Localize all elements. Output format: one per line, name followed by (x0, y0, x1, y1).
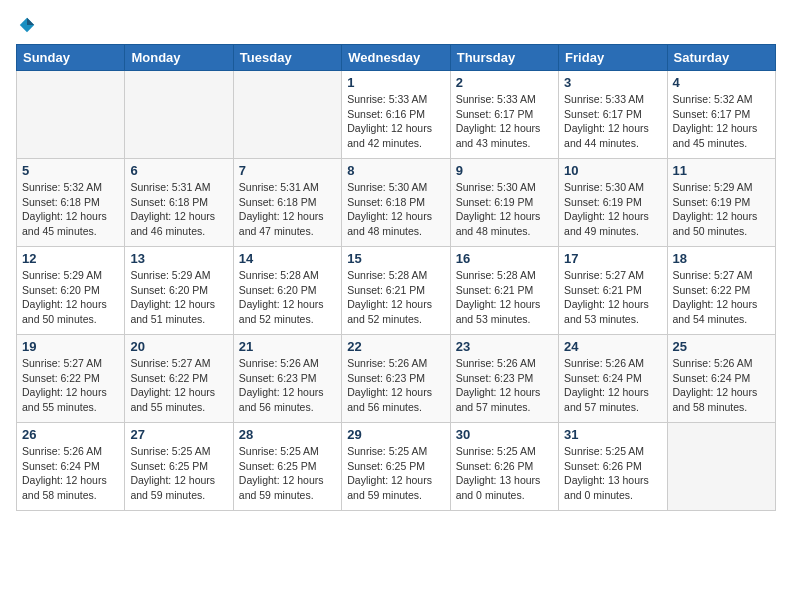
day-number: 13 (130, 251, 227, 266)
day-number: 28 (239, 427, 336, 442)
calendar-cell: 8Sunrise: 5:30 AM Sunset: 6:18 PM Daylig… (342, 159, 450, 247)
calendar-cell: 24Sunrise: 5:26 AM Sunset: 6:24 PM Dayli… (559, 335, 667, 423)
calendar-cell: 19Sunrise: 5:27 AM Sunset: 6:22 PM Dayli… (17, 335, 125, 423)
day-number: 31 (564, 427, 661, 442)
svg-marker-1 (27, 18, 34, 25)
calendar-cell: 15Sunrise: 5:28 AM Sunset: 6:21 PM Dayli… (342, 247, 450, 335)
day-info: Sunrise: 5:27 AM Sunset: 6:22 PM Dayligh… (22, 356, 119, 415)
calendar-cell: 20Sunrise: 5:27 AM Sunset: 6:22 PM Dayli… (125, 335, 233, 423)
day-info: Sunrise: 5:26 AM Sunset: 6:24 PM Dayligh… (673, 356, 770, 415)
calendar-cell: 4Sunrise: 5:32 AM Sunset: 6:17 PM Daylig… (667, 71, 775, 159)
day-number: 16 (456, 251, 553, 266)
day-info: Sunrise: 5:25 AM Sunset: 6:26 PM Dayligh… (564, 444, 661, 503)
day-info: Sunrise: 5:26 AM Sunset: 6:23 PM Dayligh… (456, 356, 553, 415)
day-info: Sunrise: 5:26 AM Sunset: 6:23 PM Dayligh… (239, 356, 336, 415)
day-info: Sunrise: 5:29 AM Sunset: 6:19 PM Dayligh… (673, 180, 770, 239)
day-number: 17 (564, 251, 661, 266)
day-of-week-header: Monday (125, 45, 233, 71)
logo-icon (18, 16, 36, 34)
calendar-cell (17, 71, 125, 159)
day-number: 7 (239, 163, 336, 178)
day-info: Sunrise: 5:25 AM Sunset: 6:25 PM Dayligh… (130, 444, 227, 503)
calendar-cell: 7Sunrise: 5:31 AM Sunset: 6:18 PM Daylig… (233, 159, 341, 247)
calendar-cell: 28Sunrise: 5:25 AM Sunset: 6:25 PM Dayli… (233, 423, 341, 511)
day-number: 11 (673, 163, 770, 178)
calendar-cell: 11Sunrise: 5:29 AM Sunset: 6:19 PM Dayli… (667, 159, 775, 247)
day-number: 21 (239, 339, 336, 354)
day-number: 1 (347, 75, 444, 90)
day-info: Sunrise: 5:27 AM Sunset: 6:21 PM Dayligh… (564, 268, 661, 327)
calendar-week-row: 12Sunrise: 5:29 AM Sunset: 6:20 PM Dayli… (17, 247, 776, 335)
day-of-week-header: Friday (559, 45, 667, 71)
day-info: Sunrise: 5:29 AM Sunset: 6:20 PM Dayligh… (130, 268, 227, 327)
calendar-cell: 12Sunrise: 5:29 AM Sunset: 6:20 PM Dayli… (17, 247, 125, 335)
day-of-week-header: Tuesday (233, 45, 341, 71)
day-info: Sunrise: 5:27 AM Sunset: 6:22 PM Dayligh… (130, 356, 227, 415)
calendar-cell: 17Sunrise: 5:27 AM Sunset: 6:21 PM Dayli… (559, 247, 667, 335)
day-info: Sunrise: 5:31 AM Sunset: 6:18 PM Dayligh… (239, 180, 336, 239)
day-info: Sunrise: 5:32 AM Sunset: 6:17 PM Dayligh… (673, 92, 770, 151)
day-info: Sunrise: 5:30 AM Sunset: 6:19 PM Dayligh… (456, 180, 553, 239)
day-number: 29 (347, 427, 444, 442)
day-info: Sunrise: 5:29 AM Sunset: 6:20 PM Dayligh… (22, 268, 119, 327)
day-number: 8 (347, 163, 444, 178)
day-number: 14 (239, 251, 336, 266)
calendar-cell: 6Sunrise: 5:31 AM Sunset: 6:18 PM Daylig… (125, 159, 233, 247)
day-number: 27 (130, 427, 227, 442)
calendar-cell: 27Sunrise: 5:25 AM Sunset: 6:25 PM Dayli… (125, 423, 233, 511)
logo (16, 16, 38, 34)
calendar-cell: 3Sunrise: 5:33 AM Sunset: 6:17 PM Daylig… (559, 71, 667, 159)
calendar-cell: 18Sunrise: 5:27 AM Sunset: 6:22 PM Dayli… (667, 247, 775, 335)
calendar-week-row: 5Sunrise: 5:32 AM Sunset: 6:18 PM Daylig… (17, 159, 776, 247)
day-info: Sunrise: 5:33 AM Sunset: 6:17 PM Dayligh… (456, 92, 553, 151)
day-info: Sunrise: 5:28 AM Sunset: 6:21 PM Dayligh… (456, 268, 553, 327)
calendar-cell: 5Sunrise: 5:32 AM Sunset: 6:18 PM Daylig… (17, 159, 125, 247)
day-of-week-header: Sunday (17, 45, 125, 71)
calendar-cell (125, 71, 233, 159)
day-info: Sunrise: 5:26 AM Sunset: 6:23 PM Dayligh… (347, 356, 444, 415)
day-info: Sunrise: 5:33 AM Sunset: 6:16 PM Dayligh… (347, 92, 444, 151)
day-info: Sunrise: 5:27 AM Sunset: 6:22 PM Dayligh… (673, 268, 770, 327)
calendar-week-row: 19Sunrise: 5:27 AM Sunset: 6:22 PM Dayli… (17, 335, 776, 423)
calendar-cell: 29Sunrise: 5:25 AM Sunset: 6:25 PM Dayli… (342, 423, 450, 511)
calendar-cell: 16Sunrise: 5:28 AM Sunset: 6:21 PM Dayli… (450, 247, 558, 335)
calendar-cell: 1Sunrise: 5:33 AM Sunset: 6:16 PM Daylig… (342, 71, 450, 159)
day-number: 22 (347, 339, 444, 354)
day-info: Sunrise: 5:28 AM Sunset: 6:21 PM Dayligh… (347, 268, 444, 327)
day-number: 18 (673, 251, 770, 266)
calendar-cell: 9Sunrise: 5:30 AM Sunset: 6:19 PM Daylig… (450, 159, 558, 247)
calendar-table: SundayMondayTuesdayWednesdayThursdayFrid… (16, 44, 776, 511)
calendar-cell: 2Sunrise: 5:33 AM Sunset: 6:17 PM Daylig… (450, 71, 558, 159)
day-number: 26 (22, 427, 119, 442)
calendar-cell: 26Sunrise: 5:26 AM Sunset: 6:24 PM Dayli… (17, 423, 125, 511)
day-number: 12 (22, 251, 119, 266)
calendar-header-row: SundayMondayTuesdayWednesdayThursdayFrid… (17, 45, 776, 71)
calendar-week-row: 1Sunrise: 5:33 AM Sunset: 6:16 PM Daylig… (17, 71, 776, 159)
day-number: 3 (564, 75, 661, 90)
day-of-week-header: Wednesday (342, 45, 450, 71)
day-number: 6 (130, 163, 227, 178)
day-number: 23 (456, 339, 553, 354)
day-info: Sunrise: 5:25 AM Sunset: 6:26 PM Dayligh… (456, 444, 553, 503)
day-number: 4 (673, 75, 770, 90)
day-info: Sunrise: 5:31 AM Sunset: 6:18 PM Dayligh… (130, 180, 227, 239)
day-info: Sunrise: 5:25 AM Sunset: 6:25 PM Dayligh… (347, 444, 444, 503)
day-number: 15 (347, 251, 444, 266)
calendar-cell: 13Sunrise: 5:29 AM Sunset: 6:20 PM Dayli… (125, 247, 233, 335)
calendar-cell: 31Sunrise: 5:25 AM Sunset: 6:26 PM Dayli… (559, 423, 667, 511)
calendar-cell: 22Sunrise: 5:26 AM Sunset: 6:23 PM Dayli… (342, 335, 450, 423)
calendar-cell: 30Sunrise: 5:25 AM Sunset: 6:26 PM Dayli… (450, 423, 558, 511)
day-number: 19 (22, 339, 119, 354)
day-number: 5 (22, 163, 119, 178)
day-info: Sunrise: 5:32 AM Sunset: 6:18 PM Dayligh… (22, 180, 119, 239)
calendar-cell: 21Sunrise: 5:26 AM Sunset: 6:23 PM Dayli… (233, 335, 341, 423)
calendar-cell (233, 71, 341, 159)
day-number: 9 (456, 163, 553, 178)
day-number: 20 (130, 339, 227, 354)
day-number: 24 (564, 339, 661, 354)
day-info: Sunrise: 5:26 AM Sunset: 6:24 PM Dayligh… (564, 356, 661, 415)
day-info: Sunrise: 5:26 AM Sunset: 6:24 PM Dayligh… (22, 444, 119, 503)
day-number: 2 (456, 75, 553, 90)
calendar-cell (667, 423, 775, 511)
day-info: Sunrise: 5:33 AM Sunset: 6:17 PM Dayligh… (564, 92, 661, 151)
